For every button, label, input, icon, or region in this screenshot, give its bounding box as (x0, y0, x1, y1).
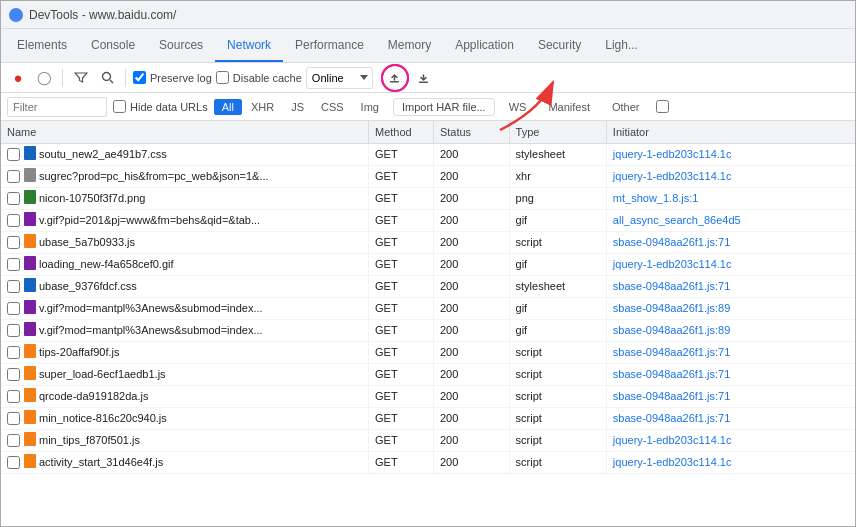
initiator-link[interactable]: sbase-0948aa26f1.js:71 (613, 412, 730, 424)
cell-name[interactable]: v.gif?mod=mantpl%3Anews&submod=index... (1, 319, 369, 341)
record-button[interactable]: ● (7, 67, 29, 89)
row-checkbox[interactable] (7, 148, 20, 161)
cell-initiator[interactable]: sbase-0948aa26f1.js:71 (606, 385, 855, 407)
type-tab-manifest[interactable]: Manifest (540, 99, 598, 115)
table-row[interactable]: ubase_5a7b0933.jsGET200scriptsbase-0948a… (1, 231, 855, 253)
row-checkbox[interactable] (7, 214, 20, 227)
download-button[interactable] (413, 67, 435, 89)
table-row[interactable]: soutu_new2_ae491b7.cssGET200stylesheetjq… (1, 143, 855, 165)
col-header-type[interactable]: Type (509, 121, 606, 143)
table-row[interactable]: activity_start_31d46e4f.jsGET200scriptjq… (1, 451, 855, 473)
cell-initiator[interactable]: sbase-0948aa26f1.js:71 (606, 407, 855, 429)
type-tab-css[interactable]: CSS (313, 99, 352, 115)
cell-initiator[interactable]: all_async_search_86e4d5 (606, 209, 855, 231)
disable-cache-label[interactable]: Disable cache (216, 71, 302, 84)
cell-initiator[interactable]: sbase-0948aa26f1.js:71 (606, 341, 855, 363)
initiator-link[interactable]: sbase-0948aa26f1.js:71 (613, 236, 730, 248)
col-header-status[interactable]: Status (433, 121, 509, 143)
cell-name[interactable]: nicon-10750f3f7d.png (1, 187, 369, 209)
cell-initiator[interactable]: sbase-0948aa26f1.js:71 (606, 275, 855, 297)
cell-name[interactable]: ubase_5a7b0933.js (1, 231, 369, 253)
cell-name[interactable]: soutu_new2_ae491b7.css (1, 143, 369, 165)
row-checkbox[interactable] (7, 280, 20, 293)
cell-name[interactable]: min_notice-816c20c940.js (1, 407, 369, 429)
import-har-button[interactable]: Import HAR file... (393, 98, 495, 116)
initiator-link[interactable]: jquery-1-edb203c114.1c (613, 148, 732, 160)
table-row[interactable]: v.gif?mod=mantpl%3Anews&submod=index...G… (1, 319, 855, 341)
col-header-name[interactable]: Name (1, 121, 369, 143)
hide-data-urls-label[interactable]: Hide data URLs (113, 100, 208, 113)
cell-initiator[interactable]: jquery-1-edb203c114.1c (606, 253, 855, 275)
cell-name[interactable]: sugrec?prod=pc_his&from=pc_web&json=1&..… (1, 165, 369, 187)
row-checkbox[interactable] (7, 170, 20, 183)
table-row[interactable]: v.gif?mod=mantpl%3Anews&submod=index...G… (1, 297, 855, 319)
table-row[interactable]: min_notice-816c20c940.jsGET200scriptsbas… (1, 407, 855, 429)
table-row[interactable]: tips-20affaf90f.jsGET200scriptsbase-0948… (1, 341, 855, 363)
other-checkbox[interactable] (656, 100, 669, 113)
tab-network[interactable]: Network (215, 29, 283, 62)
cell-name[interactable]: super_load-6ecf1aedb1.js (1, 363, 369, 385)
tab-console[interactable]: Console (79, 29, 147, 62)
tab-performance[interactable]: Performance (283, 29, 376, 62)
tab-lighthouse[interactable]: Ligh... (593, 29, 650, 62)
search-button[interactable] (96, 67, 118, 89)
type-tab-ws[interactable]: WS (501, 99, 535, 115)
cell-initiator[interactable]: sbase-0948aa26f1.js:89 (606, 297, 855, 319)
cell-initiator[interactable]: sbase-0948aa26f1.js:71 (606, 231, 855, 253)
type-tab-img[interactable]: Img (353, 99, 387, 115)
row-checkbox[interactable] (7, 324, 20, 337)
cell-initiator[interactable]: sbase-0948aa26f1.js:71 (606, 363, 855, 385)
row-checkbox[interactable] (7, 390, 20, 403)
row-checkbox[interactable] (7, 368, 20, 381)
initiator-link[interactable]: sbase-0948aa26f1.js:89 (613, 302, 730, 314)
cell-name[interactable]: ubase_9376fdcf.css (1, 275, 369, 297)
initiator-link[interactable]: jquery-1-edb203c114.1c (613, 434, 732, 446)
initiator-link[interactable]: jquery-1-edb203c114.1c (613, 456, 732, 468)
type-tab-js[interactable]: JS (283, 99, 312, 115)
filter-input[interactable] (7, 97, 107, 117)
table-row[interactable]: qrcode-da919182da.jsGET200scriptsbase-09… (1, 385, 855, 407)
initiator-link[interactable]: sbase-0948aa26f1.js:71 (613, 368, 730, 380)
tab-elements[interactable]: Elements (5, 29, 79, 62)
row-checkbox[interactable] (7, 346, 20, 359)
table-row[interactable]: ubase_9376fdcf.cssGET200stylesheetsbase-… (1, 275, 855, 297)
cell-name[interactable]: v.gif?mod=mantpl%3Anews&submod=index... (1, 297, 369, 319)
tab-application[interactable]: Application (443, 29, 526, 62)
table-row[interactable]: min_tips_f870f501.jsGET200scriptjquery-1… (1, 429, 855, 451)
tab-security[interactable]: Security (526, 29, 593, 62)
row-checkbox[interactable] (7, 302, 20, 315)
row-checkbox[interactable] (7, 412, 20, 425)
preserve-log-checkbox[interactable] (133, 71, 146, 84)
stop-button[interactable]: ◯ (33, 67, 55, 89)
preserve-log-label[interactable]: Preserve log (133, 71, 212, 84)
tab-sources[interactable]: Sources (147, 29, 215, 62)
cell-name[interactable]: tips-20affaf90f.js (1, 341, 369, 363)
initiator-link[interactable]: jquery-1-edb203c114.1c (613, 170, 732, 182)
initiator-link[interactable]: jquery-1-edb203c114.1c (613, 258, 732, 270)
throttle-select[interactable]: Online Fast 3G Slow 3G Offline (306, 67, 373, 89)
cell-name[interactable]: loading_new-f4a658cef0.gif (1, 253, 369, 275)
col-header-initiator[interactable]: Initiator (606, 121, 855, 143)
cell-name[interactable]: min_tips_f870f501.js (1, 429, 369, 451)
initiator-link[interactable]: sbase-0948aa26f1.js:89 (613, 324, 730, 336)
type-tab-xhr[interactable]: XHR (243, 99, 282, 115)
hide-data-urls-checkbox[interactable] (113, 100, 126, 113)
type-tab-other[interactable]: Other (604, 99, 648, 115)
cell-initiator[interactable]: jquery-1-edb203c114.1c (606, 451, 855, 473)
disable-cache-checkbox[interactable] (216, 71, 229, 84)
table-row[interactable]: loading_new-f4a658cef0.gifGET200gifjquer… (1, 253, 855, 275)
row-checkbox[interactable] (7, 192, 20, 205)
col-header-method[interactable]: Method (369, 121, 434, 143)
type-tab-all[interactable]: All (214, 99, 242, 115)
row-checkbox[interactable] (7, 236, 20, 249)
cell-initiator[interactable]: mt_show_1.8.js:1 (606, 187, 855, 209)
cell-initiator[interactable]: jquery-1-edb203c114.1c (606, 165, 855, 187)
initiator-link[interactable]: sbase-0948aa26f1.js:71 (613, 280, 730, 292)
initiator-link[interactable]: sbase-0948aa26f1.js:71 (613, 390, 730, 402)
table-row[interactable]: super_load-6ecf1aedb1.jsGET200scriptsbas… (1, 363, 855, 385)
table-row[interactable]: v.gif?pid=201&pj=www&fm=behs&qid=&tab...… (1, 209, 855, 231)
cell-name[interactable]: qrcode-da919182da.js (1, 385, 369, 407)
network-table-wrapper[interactable]: Name Method Status Type Initiator soutu_… (1, 121, 855, 506)
cell-name[interactable]: v.gif?pid=201&pj=www&fm=behs&qid=&tab... (1, 209, 369, 231)
cell-initiator[interactable]: sbase-0948aa26f1.js:89 (606, 319, 855, 341)
